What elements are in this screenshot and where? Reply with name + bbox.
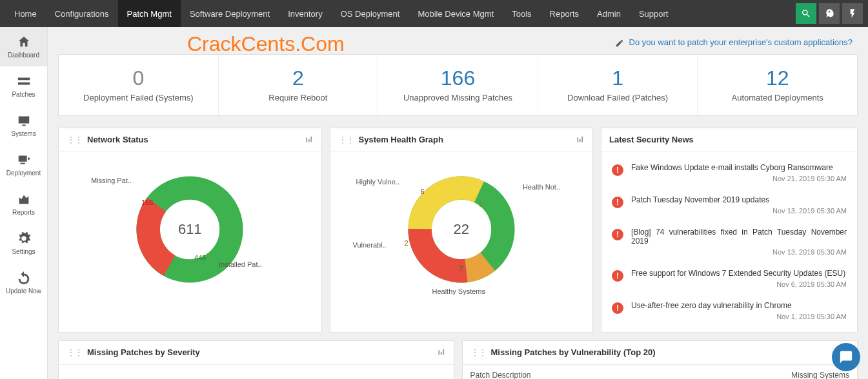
stat-value: 0 [64, 66, 213, 90]
search-button[interactable] [796, 3, 816, 24]
news-item[interactable]: !Free support for Windows 7 Extended Sec… [604, 262, 854, 295]
nav-software-deployment[interactable]: Software Deployment [181, 0, 279, 27]
news-title: [Blog] 74 vulnerabilities fixed in Patch… [631, 228, 847, 246]
news-title: Use-after-free zero day vulnerability in… [631, 301, 847, 310]
panel-missing-severity: ⋮⋮ Missing Patches by Severity [58, 340, 454, 379]
panel-title: Network Status [87, 135, 305, 144]
sidebar-icon [17, 113, 31, 128]
stat-card[interactable]: 2Require Reboot [219, 55, 379, 115]
nav-reports[interactable]: Reports [541, 0, 589, 27]
panel-title: Missing Patches by Vulnerability (Top 20… [491, 347, 850, 357]
nav-support[interactable]: Support [630, 0, 678, 27]
alert-icon: ! [612, 229, 623, 240]
chart-label: Installed Pat.. [219, 260, 262, 268]
nav-mobile-device-mgmt[interactable]: Mobile Device Mgmt [409, 0, 503, 27]
stat-value: 166 [383, 66, 532, 90]
nav-home[interactable]: Home [5, 0, 46, 27]
chart-label: Health Not.. [523, 183, 560, 191]
drag-handle-icon[interactable]: ⋮⋮ [66, 135, 82, 145]
news-date: Nov 21, 2019 05:30 AM [631, 175, 847, 182]
chart-value: 7 [459, 265, 463, 273]
panel-system-health: ⋮⋮ System Health Graph 22 Highly Vulne..… [330, 128, 594, 333]
chart-label: Highly Vulne.. [356, 178, 399, 186]
main-content: Do you want to patch your enterprise's c… [48, 27, 868, 379]
drag-handle-icon[interactable]: ⋮⋮ [470, 347, 486, 358]
stat-label: Require Reboot [224, 93, 373, 102]
news-date: Nov 1, 2019 05:30 AM [631, 313, 847, 320]
promo-link[interactable]: Do you want to patch your enterprise's c… [629, 37, 853, 47]
top-nav: HomeConfigurationsPatch MgmtSoftware Dep… [0, 0, 868, 27]
stat-value: 2 [224, 66, 373, 90]
column-header[interactable]: Missing Systems [791, 371, 849, 379]
nav-os-deployment[interactable]: OS Deployment [332, 0, 409, 27]
chart-value: 445 [194, 254, 206, 262]
stat-label: Unapproved Missing Patches [383, 93, 532, 102]
stat-label: Automated Deployments [703, 93, 852, 102]
stat-label: Deployment Failed (Systems) [64, 93, 213, 102]
bolt-icon [847, 8, 858, 19]
sidebar-update-now[interactable]: Update Now [0, 263, 47, 302]
nav-inventory[interactable]: Inventory [279, 0, 331, 27]
sidebar-icon [17, 35, 31, 49]
stat-label: Download Failed (Patches) [543, 93, 692, 102]
nav-admin[interactable]: Admin [588, 0, 630, 27]
stat-card[interactable]: 166Unapproved Missing Patches [378, 55, 538, 115]
sidebar-reports[interactable]: Reports [0, 184, 47, 224]
sidebar-systems[interactable]: Systems [0, 106, 47, 145]
network-donut-chart[interactable]: 611 Missing Pat.. 166 445 Installed Pat.… [59, 152, 321, 307]
drag-handle-icon[interactable]: ⋮⋮ [66, 347, 82, 358]
news-item[interactable]: !Patch Tuesday November 2019 updatesNov … [604, 189, 854, 221]
news-item[interactable]: ![Blog] 74 vulnerabilities fixed in Patc… [604, 221, 854, 262]
stats-row: 0Deployment Failed (Systems)2Require Reb… [58, 54, 858, 116]
news-title: Patch Tuesday November 2019 updates [631, 195, 847, 204]
chart-label: Vulnerabl.. [353, 241, 387, 249]
panel-missing-vulnerability: ⋮⋮ Missing Patches by Vulnerability (Top… [462, 340, 858, 379]
sidebar-patches[interactable]: Patches [0, 66, 47, 106]
chart-value: 6 [421, 188, 425, 195]
chat-button[interactable] [832, 343, 860, 371]
news-item[interactable]: !Fake Windows Update e-mail installs Cyb… [604, 157, 854, 189]
stat-card[interactable]: 0Deployment Failed (Systems) [59, 55, 219, 115]
stat-card[interactable]: 1Download Failed (Patches) [538, 55, 698, 115]
panel-title: System Health Graph [359, 135, 576, 144]
sidebar-settings[interactable]: Settings [0, 224, 47, 263]
nav-tools[interactable]: Tools [503, 0, 540, 27]
alert-icon: ! [612, 270, 623, 282]
sidebar-deployment[interactable]: Deployment [0, 145, 47, 184]
news-list[interactable]: !Fake Windows Update e-mail installs Cyb… [601, 151, 857, 332]
sidebar-dashboard[interactable]: Dashboard [0, 27, 47, 66]
chart-options-icon[interactable] [437, 348, 446, 357]
bolt-button[interactable] [842, 3, 863, 24]
drag-handle-icon[interactable]: ⋮⋮ [338, 135, 354, 145]
chart-label: Healthy Systems [432, 287, 486, 295]
sidebar-icon [17, 153, 31, 167]
stat-value: 1 [543, 66, 692, 90]
news-item[interactable]: !Use-after-free zero day vulnerability i… [604, 295, 854, 327]
chart-value: 166 [141, 199, 153, 206]
chart-value: 7 [479, 200, 483, 208]
health-donut-chart[interactable]: 22 Highly Vulne.. 6 Health Not.. 7 Healt… [330, 152, 593, 307]
nav-patch-mgmt[interactable]: Patch Mgmt [118, 0, 181, 27]
edit-icon [615, 39, 624, 48]
chart-options-icon[interactable] [576, 135, 585, 144]
chat-icon [839, 350, 853, 364]
alert-icon: ! [612, 197, 623, 208]
promo-bar: Do you want to patch your enterprise's c… [58, 27, 858, 48]
panel-security-news: Latest Security News !Fake Windows Updat… [601, 128, 858, 333]
search-icon [801, 8, 811, 19]
news-date: Nov 6, 2019 05:30 AM [631, 280, 847, 288]
chart-value: 2 [405, 239, 409, 247]
stat-value: 12 [703, 66, 852, 90]
stat-card[interactable]: 12Automated Deployments [698, 55, 857, 115]
chart-options-icon[interactable] [305, 135, 314, 144]
sidebar-icon [17, 271, 31, 285]
vuln-table-header: Patch Description Missing Systems [463, 365, 858, 379]
alert-icon: ! [612, 302, 623, 314]
column-header[interactable]: Patch Description [470, 371, 791, 379]
panel-network-status: ⋮⋮ Network Status 611 Missing Pat.. 166 … [58, 128, 322, 333]
chart-label: Missing Pat.. [91, 177, 132, 184]
panel-title: Missing Patches by Severity [87, 347, 437, 357]
rocket-button[interactable] [819, 3, 840, 24]
nav-configurations[interactable]: Configurations [46, 0, 118, 27]
panel-title: Latest Security News [609, 135, 849, 144]
